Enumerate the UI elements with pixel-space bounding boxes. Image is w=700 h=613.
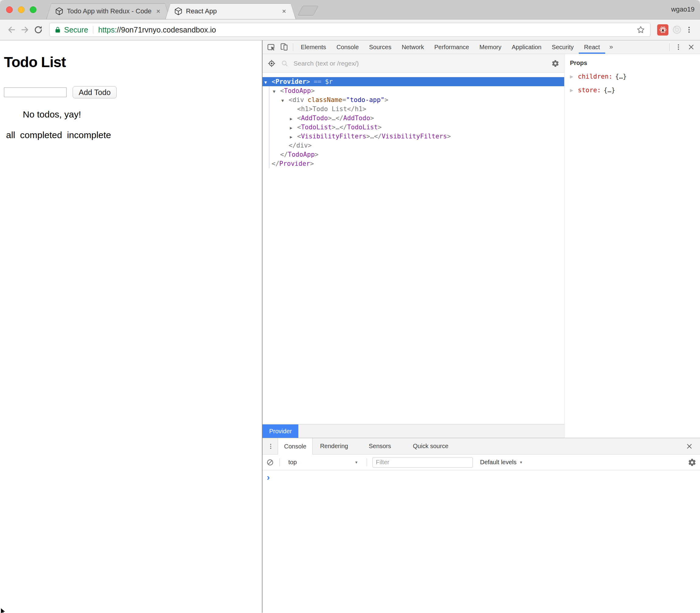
new-tab-button[interactable] (297, 6, 318, 15)
zoom-window-button[interactable] (30, 6, 37, 13)
tree-token: = (342, 96, 346, 104)
filter-completed[interactable]: completed (20, 130, 62, 140)
tab-performance[interactable]: Performance (429, 40, 474, 54)
profile-name[interactable]: wgao19 (671, 5, 695, 13)
tab-application[interactable]: Application (507, 40, 547, 54)
console-filter-input[interactable] (372, 457, 473, 468)
log-levels-selector[interactable]: Default levels ▼ (480, 459, 523, 466)
execution-context-selector[interactable]: top ▼ (285, 459, 361, 466)
drawer-tab-console[interactable]: Console (278, 438, 313, 455)
url-scheme: https: (98, 26, 117, 34)
tree-token: </ (272, 160, 279, 167)
tree-token: > (306, 78, 310, 85)
expand-arrow-icon[interactable]: ▶ (570, 74, 578, 79)
tab-network[interactable]: Network (396, 40, 429, 54)
url-text[interactable]: https://9on71rvnyo.codesandbox.io (98, 26, 636, 34)
expand-arrow-icon[interactable]: ▼ (264, 78, 272, 87)
traffic-lights (6, 6, 37, 13)
tab-elements[interactable]: Elements (296, 40, 331, 54)
expand-arrow-icon[interactable]: ▼ (281, 96, 289, 105)
prop-value: {…} (604, 87, 615, 94)
codesandbox-favicon-icon (55, 7, 63, 15)
console-messages-area[interactable]: › (263, 470, 700, 613)
clear-console-icon[interactable] (266, 458, 274, 466)
secure-lock-icon[interactable] (54, 26, 61, 33)
drawer-tab-quick-source[interactable]: Quick source (407, 438, 455, 454)
toolbar-divider (367, 458, 367, 466)
equals-token: == (314, 78, 321, 85)
add-todo-button[interactable]: Add Todo (73, 86, 117, 99)
console-prompt-chevron-icon[interactable]: › (267, 473, 270, 482)
tree-token: > (366, 133, 370, 140)
prop-name: children: (578, 73, 612, 80)
address-bar[interactable]: Secure https://9on71rvnyo.codesandbox.io (49, 23, 650, 37)
minimize-window-button[interactable] (18, 6, 25, 13)
tab-sources[interactable]: Sources (364, 40, 396, 54)
forward-button[interactable] (18, 23, 31, 37)
drawer-menu-icon[interactable] (264, 438, 277, 454)
component-search-input[interactable] (293, 60, 547, 67)
close-window-button[interactable] (6, 6, 13, 13)
tree-token: < (297, 115, 301, 122)
filter-incomplete[interactable]: incomplete (67, 130, 111, 140)
tab-memory[interactable]: Memory (474, 40, 507, 54)
component-name: Provider (279, 160, 310, 167)
tree-token: </ (335, 115, 343, 122)
devtools-panel: Elements Console Sources Network Perform… (262, 40, 700, 613)
expand-arrow-icon[interactable]: ▶ (570, 88, 578, 93)
web-page: Todo List Add Todo No todos, yay! all co… (0, 40, 262, 613)
browser-tab-codesandbox[interactable]: Todo App with Redux - CodeSa (46, 3, 170, 19)
tree-node-todolist[interactable]: ▶<TodoList>…</TodoList> (263, 123, 564, 132)
tree-node-visibilityfilters[interactable]: ▶<VisibilityFilters>…</VisibilityFilters… (263, 132, 564, 141)
filter-all[interactable]: all (6, 130, 15, 140)
console-settings-gear-icon[interactable] (688, 458, 696, 467)
reload-button[interactable] (31, 23, 45, 37)
expand-arrow-icon[interactable]: ▶ (290, 123, 297, 132)
chevron-down-icon: ▼ (519, 460, 523, 465)
tree-node-h1[interactable]: <h1>Todo List</h1> (263, 104, 564, 114)
drawer-tab-sensors[interactable]: Sensors (363, 438, 397, 454)
tab-close-icon[interactable] (281, 9, 287, 14)
orbit-extension-icon[interactable] (671, 25, 683, 35)
back-button[interactable] (5, 23, 18, 37)
prop-row-children[interactable]: ▶ children: {…} (570, 73, 700, 80)
tree-node-provider[interactable]: ▼<Provider>==$r (263, 77, 564, 86)
browser-tab-react-app[interactable]: React App (165, 3, 296, 19)
tab-close-icon[interactable] (155, 9, 161, 14)
more-tabs-chevron-icon[interactable]: » (605, 43, 618, 51)
tab-console[interactable]: Console (331, 40, 364, 54)
expand-arrow-icon[interactable]: ▶ (290, 132, 297, 142)
new-todo-input[interactable] (4, 88, 66, 97)
tree-node-div[interactable]: ▼<divclassName="todo-app"> (263, 95, 564, 104)
tree-node-todoapp[interactable]: ▼<TodoApp> (263, 86, 564, 95)
html-text: </div> (289, 142, 312, 149)
ellipsis-token: … (332, 115, 336, 122)
tree-node-addtodo[interactable]: ▶<AddTodo>…</AddTodo> (263, 114, 564, 123)
drawer-close-icon[interactable] (683, 438, 696, 454)
component-name: AddTodo (301, 115, 328, 122)
react-extension-icon[interactable] (657, 24, 669, 36)
device-toolbar-icon[interactable] (278, 40, 291, 54)
drawer-tab-rendering[interactable]: Rendering (314, 438, 354, 454)
bookmark-star-icon[interactable] (636, 25, 645, 34)
tree-node-provider-close[interactable]: </Provider> (263, 159, 564, 168)
devtools-close-icon[interactable] (685, 43, 698, 51)
browser-tabs: Todo App with Redux - CodeSa React App (46, 3, 316, 19)
devtools-menu-icon[interactable] (672, 43, 685, 51)
browser-menu-icon[interactable] (683, 26, 695, 34)
select-component-target-icon[interactable] (267, 59, 276, 68)
react-settings-gear-icon[interactable] (551, 60, 559, 67)
tree-token: </ (374, 133, 382, 140)
tab-security[interactable]: Security (547, 40, 579, 54)
prop-row-store[interactable]: ▶ store: {…} (570, 87, 700, 94)
inspect-element-icon[interactable] (265, 40, 278, 54)
props-panel: Props ▶ children: {…} ▶ store: {…} (564, 54, 700, 438)
tab-react[interactable]: React (579, 40, 605, 54)
tree-node-div-close[interactable]: </div> (263, 141, 564, 150)
tree-token: </ (339, 123, 347, 131)
tree-node-todoapp-close[interactable]: </TodoApp> (263, 150, 564, 159)
breadcrumb-provider[interactable]: Provider (263, 425, 298, 438)
expand-arrow-icon[interactable]: ▶ (290, 114, 297, 123)
breadcrumb-bar: Provider (263, 424, 564, 438)
expand-arrow-icon[interactable]: ▼ (273, 87, 280, 96)
